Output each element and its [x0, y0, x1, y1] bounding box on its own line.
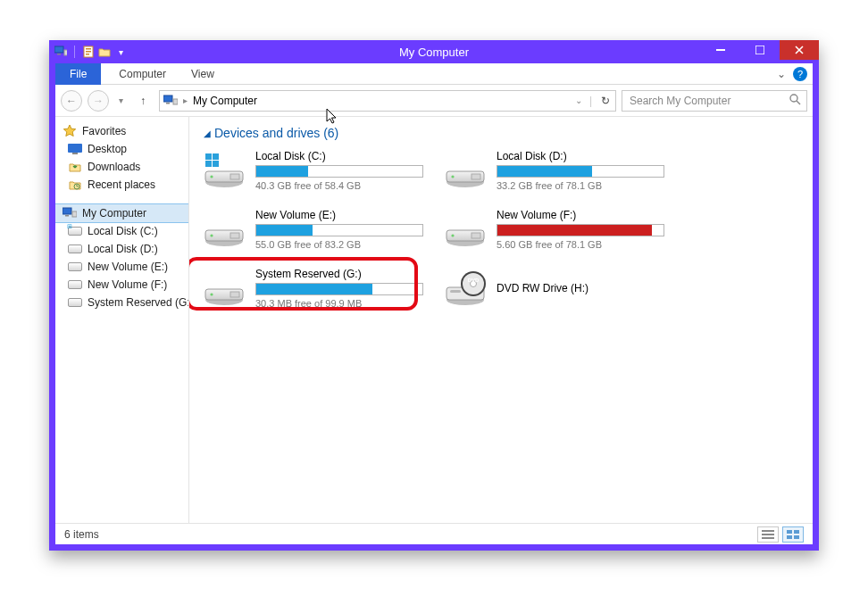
- downloads-icon: [68, 160, 82, 174]
- drive-tile[interactable]: System Reserved (G:) 30.3 MB free of 99.…: [204, 265, 427, 311]
- hard-drive-icon: [445, 152, 486, 189]
- sidebar-label: My Computer: [82, 207, 146, 220]
- sidebar-label: Desktop: [88, 143, 127, 155]
- properties-icon[interactable]: [82, 46, 95, 58]
- search-icon: [789, 94, 801, 108]
- svg-rect-19: [716, 49, 725, 51]
- breadcrumb-dropdown-icon[interactable]: ⌄: [575, 95, 582, 105]
- drive-icon: [68, 242, 82, 256]
- sidebar-drive-f[interactable]: New Volume (F:): [55, 276, 188, 294]
- svg-rect-33: [794, 530, 799, 534]
- drive-free-text: 30.3 MB free of 99.9 MB: [255, 298, 423, 309]
- tab-file[interactable]: File: [55, 63, 101, 85]
- svg-rect-28: [213, 161, 219, 167]
- drive-tile[interactable]: Local Disk (D:) 33.2 GB free of 78.1 GB: [445, 147, 668, 194]
- recent-locations-icon[interactable]: ▾: [114, 95, 127, 105]
- drive-free-text: 5.60 GB free of 78.1 GB: [497, 239, 664, 250]
- collapse-triangle-icon[interactable]: ◢: [204, 128, 211, 138]
- sidebar-label: Recent places: [88, 178, 155, 191]
- content-area[interactable]: ◢ Devices and drives (6) Local Disk (C:)…: [189, 117, 813, 523]
- sidebar-label: Local Disk (C:): [88, 225, 158, 237]
- drive-free-text: 55.0 GB free of 83.2 GB: [255, 239, 423, 250]
- star-icon: [63, 124, 77, 138]
- svg-rect-26: [213, 153, 219, 160]
- svg-rect-17: [86, 51, 91, 53]
- sidebar-item-recent-places[interactable]: Recent places: [55, 176, 188, 194]
- favorites-label: Favorites: [82, 125, 126, 137]
- svg-rect-27: [205, 161, 212, 167]
- explorer-window: ▾ My Computer File Computer View ⌄ ? ← →…: [49, 40, 819, 551]
- title-bar[interactable]: ▾ My Computer: [49, 40, 819, 63]
- expand-ribbon-icon[interactable]: ⌄: [777, 68, 786, 80]
- drive-free-text: 40.3 GB free of 58.4 GB: [255, 180, 423, 191]
- sidebar-favorites-header[interactable]: Favorites: [55, 122, 188, 140]
- svg-rect-29: [762, 530, 774, 532]
- drive-name: New Volume (F:): [497, 209, 664, 221]
- drive-info: System Reserved (G:) 30.3 MB free of 99.…: [255, 268, 423, 309]
- status-item-count: 6 items: [64, 528, 99, 541]
- drive-info: Local Disk (D:) 33.2 GB free of 78.1 GB: [497, 150, 664, 191]
- status-bar: 6 items: [55, 523, 813, 544]
- help-icon[interactable]: ?: [793, 67, 807, 81]
- sidebar-drive-d[interactable]: Local Disk (D:): [55, 240, 188, 258]
- sidebar-item-desktop[interactable]: Desktop: [55, 140, 188, 158]
- svg-rect-22: [68, 144, 82, 153]
- drive-info: DVD RW Drive (H:): [497, 282, 664, 294]
- sidebar-label: System Reserved (G:): [88, 296, 189, 309]
- search-box[interactable]: [622, 90, 807, 112]
- svg-rect-18: [86, 54, 89, 55]
- hard-drive-icon: [204, 152, 245, 189]
- sidebar-drive-c[interactable]: ⊞ Local Disk (C:): [55, 222, 188, 240]
- dvd-drive-icon: [445, 269, 486, 307]
- forward-button[interactable]: →: [88, 90, 109, 112]
- section-header[interactable]: ◢ Devices and drives (6): [204, 126, 804, 140]
- large-icons-view-button[interactable]: [782, 526, 804, 543]
- close-button[interactable]: [780, 40, 819, 60]
- breadcrumb-sep-icon[interactable]: ▸: [183, 95, 188, 105]
- sidebar-label: Downloads: [88, 161, 140, 173]
- drive-usage-bar: [497, 224, 664, 236]
- system-menu-icon[interactable]: [54, 46, 67, 58]
- sidebar-drive-g[interactable]: System Reserved (G:): [55, 294, 188, 311]
- new-folder-icon[interactable]: [98, 46, 111, 58]
- drive-usage-bar: [255, 165, 423, 178]
- drive-name: DVD RW Drive (H:): [497, 282, 664, 294]
- drive-tile[interactable]: New Volume (E:) 55.0 GB free of 83.2 GB: [204, 206, 427, 253]
- details-view-button[interactable]: [757, 526, 779, 543]
- hard-drive-icon: [204, 269, 245, 307]
- maximize-button[interactable]: [740, 40, 780, 60]
- drive-tile-dvd[interactable]: DVD RW Drive (H:): [445, 265, 668, 311]
- drive-info: New Volume (F:) 5.60 GB free of 78.1 GB: [497, 209, 664, 250]
- navigation-bar: ← → ▾ ↑ ▸ My Computer ⌄ | ↻: [55, 85, 813, 117]
- computer-icon: [63, 206, 77, 220]
- up-button[interactable]: ↑: [132, 90, 154, 112]
- drive-tile[interactable]: New Volume (F:) 5.60 GB free of 78.1 GB: [445, 206, 668, 253]
- body: Favorites Desktop Downloads Recent place…: [55, 117, 813, 523]
- back-button[interactable]: ←: [61, 90, 82, 112]
- drive-usage-bar: [255, 224, 423, 236]
- tab-computer[interactable]: Computer: [106, 63, 179, 85]
- breadcrumb-current[interactable]: My Computer: [193, 95, 257, 107]
- tab-view[interactable]: View: [179, 63, 227, 85]
- drive-tile[interactable]: Local Disk (C:) 40.3 GB free of 58.4 GB: [204, 147, 427, 194]
- section-title: Devices and drives (6): [214, 126, 338, 140]
- window-client-area: File Computer View ⌄ ? ← → ▾ ↑ ▸ My Comp…: [55, 63, 813, 544]
- minimize-button[interactable]: [701, 40, 740, 60]
- drive-icon: [68, 278, 82, 292]
- address-bar[interactable]: ▸ My Computer ⌄ | ↻: [159, 90, 616, 112]
- svg-rect-34: [787, 535, 792, 539]
- sidebar-drive-e[interactable]: New Volume (E:): [55, 258, 188, 276]
- svg-rect-23: [72, 153, 78, 154]
- drive-free-text: 33.2 GB free of 78.1 GB: [497, 180, 664, 191]
- sidebar-item-downloads[interactable]: Downloads: [55, 158, 188, 176]
- svg-rect-20: [755, 46, 764, 54]
- refresh-button[interactable]: ↻: [599, 95, 612, 107]
- window-controls: [701, 40, 819, 60]
- svg-rect-25: [205, 153, 212, 160]
- sidebar-label: New Volume (E:): [88, 261, 168, 273]
- customize-qat-icon[interactable]: ▾: [114, 46, 127, 58]
- svg-point-21: [790, 95, 797, 102]
- sidebar-my-computer[interactable]: My Computer: [55, 204, 188, 222]
- drive-icon: [68, 260, 82, 274]
- search-input[interactable]: [628, 94, 789, 108]
